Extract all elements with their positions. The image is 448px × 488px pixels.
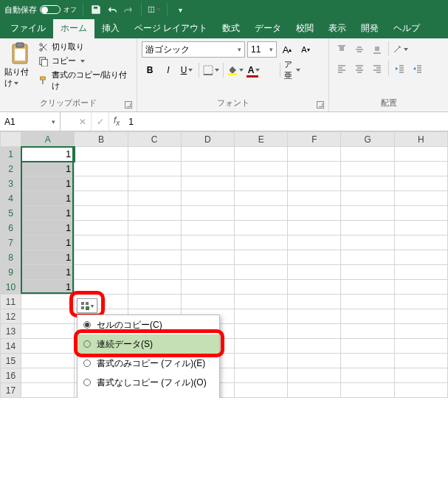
- align-left-button[interactable]: [334, 61, 350, 77]
- row-header-16[interactable]: 16: [1, 368, 21, 383]
- cell-F13[interactable]: [288, 324, 341, 339]
- cell-B8[interactable]: [75, 250, 128, 265]
- cell-F12[interactable]: [288, 309, 341, 324]
- decrease-indent-button[interactable]: [392, 61, 408, 77]
- cell-H15[interactable]: [394, 354, 447, 368]
- align-center-button[interactable]: [351, 61, 368, 77]
- tab-insert[interactable]: 挿入: [94, 19, 127, 38]
- cell-G16[interactable]: [341, 368, 394, 383]
- cell-A6[interactable]: 1: [21, 221, 75, 236]
- cell-F5[interactable]: [288, 206, 341, 221]
- row-header-14[interactable]: 14: [1, 339, 21, 354]
- cell-H8[interactable]: [394, 250, 447, 265]
- cell-B9[interactable]: [75, 265, 128, 280]
- cell-F9[interactable]: [288, 265, 341, 280]
- tab-file[interactable]: ファイル: [3, 19, 53, 38]
- cell-G5[interactable]: [341, 206, 394, 221]
- align-middle-button[interactable]: [351, 41, 368, 58]
- cell-F14[interactable]: [288, 339, 341, 354]
- cell-E15[interactable]: [235, 354, 288, 368]
- cell-G9[interactable]: [341, 265, 394, 280]
- column-header-H[interactable]: H: [394, 132, 447, 147]
- cell-C4[interactable]: [128, 191, 181, 206]
- touch-mode-button[interactable]: [148, 3, 161, 16]
- cell-C6[interactable]: [128, 221, 181, 236]
- cell-D11[interactable]: [181, 295, 234, 309]
- align-right-button[interactable]: [369, 61, 385, 77]
- copy-button[interactable]: コピー: [38, 55, 132, 66]
- cell-A9[interactable]: 1: [21, 265, 75, 280]
- save-icon[interactable]: [89, 3, 103, 16]
- cell-E1[interactable]: [235, 147, 288, 162]
- cell-C11[interactable]: [128, 295, 181, 309]
- row-header-17[interactable]: 17: [1, 383, 21, 398]
- underline-button[interactable]: U: [179, 62, 195, 78]
- cell-G2[interactable]: [341, 162, 394, 176]
- increase-indent-button[interactable]: [410, 61, 426, 77]
- cell-C8[interactable]: [128, 250, 181, 265]
- font-name-combo[interactable]: 游ゴシック▾: [142, 41, 245, 58]
- font-size-combo[interactable]: 11▾: [247, 41, 277, 58]
- cell-C3[interactable]: [128, 176, 181, 191]
- cell-A7[interactable]: 1: [21, 236, 75, 250]
- formula-bar-input[interactable]: 1: [124, 117, 138, 127]
- cell-C7[interactable]: [128, 236, 181, 250]
- cell-F15[interactable]: [288, 354, 341, 368]
- worksheet-grid[interactable]: ABCDEFGH11213141516171819110111121314151…: [0, 131, 448, 398]
- menu-item-fill-without-formatting[interactable]: 書式なしコピー (フィル)(O): [77, 373, 219, 392]
- cell-B3[interactable]: [75, 176, 128, 191]
- orientation-button[interactable]: [392, 41, 408, 58]
- cell-G4[interactable]: [341, 191, 394, 206]
- cell-G17[interactable]: [341, 383, 394, 398]
- format-painter-button[interactable]: 書式のコピー/貼り付け: [38, 69, 132, 92]
- menu-item-copy-cells[interactable]: セルのコピー(C): [77, 315, 219, 334]
- cell-F2[interactable]: [288, 162, 341, 176]
- cell-E3[interactable]: [235, 176, 288, 191]
- cell-A4[interactable]: 1: [21, 191, 75, 206]
- cell-D6[interactable]: [181, 221, 234, 236]
- tab-data[interactable]: データ: [247, 19, 289, 38]
- cell-D10[interactable]: [181, 280, 234, 295]
- cell-A8[interactable]: 1: [21, 250, 75, 265]
- cell-G1[interactable]: [341, 147, 394, 162]
- column-header-E[interactable]: E: [235, 132, 288, 147]
- cell-A5[interactable]: 1: [21, 206, 75, 221]
- italic-button[interactable]: I: [160, 62, 176, 78]
- cell-G14[interactable]: [341, 339, 394, 354]
- cut-button[interactable]: 切り取り: [38, 41, 132, 52]
- cell-F3[interactable]: [288, 176, 341, 191]
- cell-H10[interactable]: [394, 280, 447, 295]
- cell-D9[interactable]: [181, 265, 234, 280]
- cell-F4[interactable]: [288, 191, 341, 206]
- column-header-C[interactable]: C: [128, 132, 181, 147]
- cell-A16[interactable]: [21, 368, 75, 383]
- phonetic-button[interactable]: ア亜: [284, 62, 300, 78]
- bold-button[interactable]: B: [142, 62, 158, 78]
- cell-E8[interactable]: [235, 250, 288, 265]
- cell-C10[interactable]: [128, 280, 181, 295]
- tab-developer[interactable]: 開発: [354, 19, 386, 38]
- cell-F6[interactable]: [288, 221, 341, 236]
- cell-A14[interactable]: [21, 339, 75, 354]
- cell-H16[interactable]: [394, 368, 447, 383]
- cell-B7[interactable]: [75, 236, 128, 250]
- autofill-options-button[interactable]: ▾: [77, 298, 97, 313]
- menu-item-fill-series[interactable]: 連続データ(S): [77, 334, 219, 354]
- tab-review[interactable]: 校閲: [289, 19, 321, 38]
- cell-F7[interactable]: [288, 236, 341, 250]
- cell-E4[interactable]: [235, 191, 288, 206]
- cell-A3[interactable]: 1: [21, 176, 75, 191]
- cell-G12[interactable]: [341, 309, 394, 324]
- shrink-font-button[interactable]: A▾: [297, 41, 314, 58]
- dialog-launcher-icon[interactable]: [317, 101, 324, 109]
- cell-H9[interactable]: [394, 265, 447, 280]
- tab-page-layout[interactable]: ページ レイアウト: [127, 19, 215, 38]
- column-header-F[interactable]: F: [288, 132, 341, 147]
- column-header-G[interactable]: G: [341, 132, 394, 147]
- row-header-5[interactable]: 5: [1, 206, 21, 221]
- cell-D8[interactable]: [181, 250, 234, 265]
- cell-H11[interactable]: [394, 295, 447, 309]
- cell-E2[interactable]: [235, 162, 288, 176]
- cell-E7[interactable]: [235, 236, 288, 250]
- row-header-2[interactable]: 2: [1, 162, 21, 176]
